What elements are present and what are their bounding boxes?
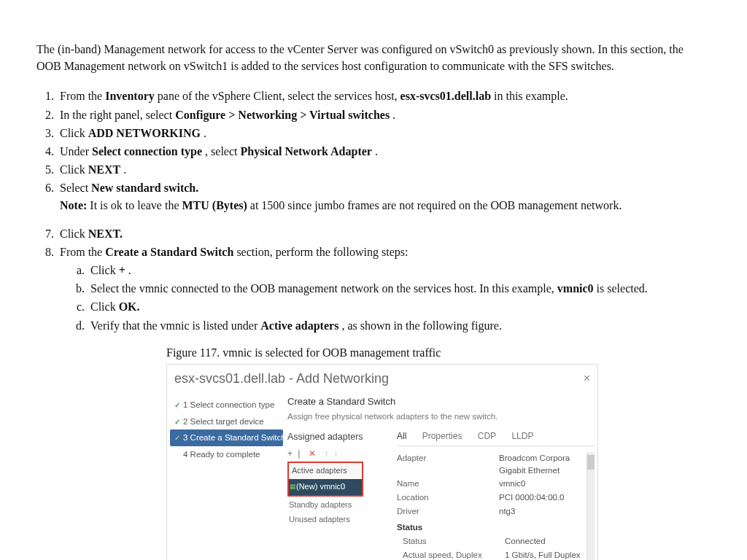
selected-vmnic[interactable]: (New) vmnic0 [289, 479, 362, 495]
step-4: Under Select connection type , select Ph… [57, 143, 711, 160]
adapter-details-panel: All Properties CDP LLDP AdapterBroadcom … [397, 430, 595, 560]
row-adapter: AdapterBroadcom Corpora Gigabit Ethernet [397, 452, 587, 476]
wizard-main: Create a Standard Switch Assign free phy… [283, 391, 597, 560]
row-name: Namevmnic0 [397, 478, 587, 490]
standby-adapters-header: Standby adapters [287, 497, 397, 511]
step-7: Click NEXT. [57, 225, 711, 242]
tab-cdp[interactable]: CDP [478, 431, 496, 441]
move-up-icon[interactable]: ↑ [324, 448, 330, 459]
step-1: From the Inventory pane of the vSphere C… [57, 88, 711, 104]
step-8b: Select the vmnic connected to the OOB ma… [88, 280, 711, 297]
active-adapters-box: Active adapters (New) vmnic0 [287, 462, 363, 497]
wizard-main-title: Create a Standard Switch [287, 395, 595, 409]
main-steps-list-continued: Click NEXT. From the Create a Standard S… [57, 225, 711, 334]
dialog-title-text: esx-svcs01.dell.lab - Add Networking [174, 369, 389, 388]
step-6: Select New standard switch. Note: It is … [57, 179, 711, 213]
step-2: In the right panel, select Configure > N… [57, 106, 711, 123]
wizard-step-2[interactable]: 2 Select target device [170, 413, 283, 430]
wizard-steps: 1 Select connection type 2 Select target… [167, 391, 283, 560]
step-8d: Verify that the vmnic is listed under Ac… [88, 317, 711, 334]
row-status: StatusConnected [397, 535, 587, 548]
figure-caption: Figure 117. vmnic is selected for OOB ma… [166, 344, 711, 361]
status-heading: Status [397, 521, 587, 534]
row-location: LocationPCI 0000:04:00.0 [397, 491, 587, 504]
wizard-main-subtitle: Assign free physical network adapters to… [287, 411, 595, 423]
add-icon[interactable]: + [287, 448, 294, 459]
assigned-adapters-panel: Assigned adapters + | ✕ ↑ ↓ Active adapt… [287, 430, 397, 560]
wizard-step-1[interactable]: 1 Select connection type [170, 397, 283, 413]
step-8: From the Create a Standard Switch sectio… [57, 244, 711, 334]
dialog-titlebar: esx-svcs01.dell.lab - Add Networking × [167, 365, 597, 391]
move-down-icon[interactable]: ↓ [334, 448, 340, 459]
tab-lldp[interactable]: LLDP [511, 431, 533, 441]
sub-steps-list: Click + . Select the vmnic connected to … [88, 262, 711, 334]
intro-paragraph: The (in-band) Management network for acc… [36, 41, 711, 74]
details-scrollbar[interactable] [587, 452, 595, 560]
add-networking-dialog: esx-svcs01.dell.lab - Add Networking × 1… [166, 364, 598, 560]
step-8a: Click + . [88, 262, 711, 279]
details-tabs: All Properties CDP LLDP [397, 430, 595, 446]
remove-icon[interactable]: ✕ [309, 448, 317, 459]
wizard-step-3[interactable]: 3 Create a Standard Switch [170, 429, 283, 446]
unused-adapters-header: Unused adapters [287, 511, 397, 526]
row-actual-speed: Actual speed, Duplex1 Gbit/s, Full Duple… [397, 549, 587, 560]
tab-all[interactable]: All [397, 431, 406, 441]
row-driver: Driverntg3 [397, 505, 587, 518]
main-steps-list: From the Inventory pane of the vSphere C… [57, 88, 711, 213]
step-8c: Click OK. [88, 298, 711, 315]
close-icon[interactable]: × [584, 370, 590, 386]
tab-properties[interactable]: Properties [422, 431, 462, 441]
wizard-step-4: 4 Ready to complete [170, 446, 283, 463]
step-5: Click NEXT . [57, 161, 711, 178]
active-adapters-header: Active adapters [289, 463, 362, 479]
adapter-toolbar: + | ✕ ↑ ↓ [287, 448, 397, 460]
step-3: Click ADD NETWORKING . [57, 125, 711, 141]
assigned-adapters-heading: Assigned adapters [287, 430, 397, 443]
